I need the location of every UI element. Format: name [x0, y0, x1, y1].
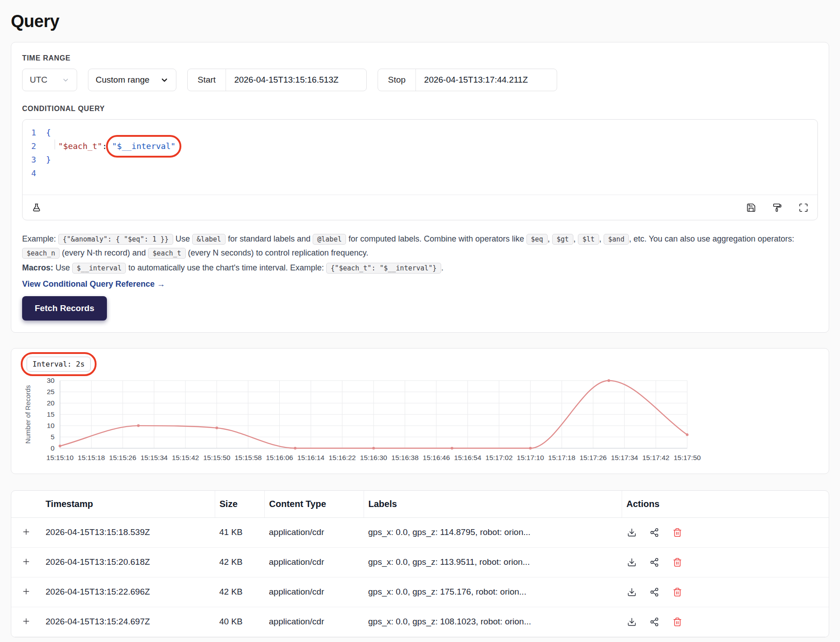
svg-text:15:16:38: 15:16:38 [392, 454, 419, 461]
code-line: 2"$each_t": "$__interval" [23, 140, 817, 153]
time-range-label: TIME RANGE [22, 54, 818, 62]
query-page: Query TIME RANGE UTC Custom range Start … [0, 0, 840, 637]
record-timestamp: 2026-04-15T13:15:20.618Z [41, 547, 215, 577]
delete-record-button[interactable] [672, 527, 683, 538]
conditional-query-reference-link[interactable]: View Conditional Query Reference → [22, 279, 165, 289]
svg-text:15: 15 [47, 410, 55, 418]
svg-text:15:17:26: 15:17:26 [580, 454, 607, 461]
record-timestamp: 2026-04-15T13:15:18.539Z [41, 517, 215, 547]
format-query-button[interactable] [771, 201, 784, 214]
delete-record-button[interactable] [672, 616, 683, 628]
delete-icon [673, 528, 682, 537]
svg-text:15:16:22: 15:16:22 [328, 454, 355, 461]
code-chip: $eq [526, 234, 548, 245]
svg-text:5: 5 [51, 433, 55, 441]
svg-text:15:16:54: 15:16:54 [454, 454, 482, 461]
example-label: Example: [22, 234, 56, 243]
share-record-button[interactable] [649, 586, 660, 598]
download-icon [627, 528, 637, 537]
records-chart-card: Interval: 2s 05101520253015:15:1015:15:1… [11, 348, 829, 474]
svg-text:15:15:58: 15:15:58 [235, 454, 262, 461]
stop-time-input[interactable] [415, 69, 557, 91]
code-line: 3} [23, 153, 817, 167]
record-content-type: application/cdr [264, 607, 364, 637]
share-icon [650, 528, 659, 537]
help-example-paragraph: Example: {"&anomaly": { "$eq": 1 }} Use … [22, 232, 818, 260]
record-content-type: application/cdr [264, 547, 364, 577]
share-record-button[interactable] [649, 557, 660, 568]
fullscreen-button[interactable] [797, 201, 810, 214]
code-chip: $__interval [72, 263, 126, 274]
macros-label: Macros: [22, 263, 53, 272]
download-icon [627, 558, 637, 567]
start-time-input[interactable] [226, 69, 366, 91]
chevron-down-icon [160, 76, 169, 84]
record-timestamp: 2026-04-15T13:15:24.697Z [41, 607, 215, 637]
share-record-button[interactable] [649, 616, 660, 628]
header-content-type: Content Type [264, 491, 364, 518]
code-editor-area[interactable]: 1{ 2"$each_t": "$__interval" 3} 4 [23, 120, 817, 195]
records-table-card: Timestamp Size Content Type Labels Actio… [11, 490, 829, 637]
code-chip: $lt [578, 234, 599, 245]
fullscreen-icon [798, 203, 808, 213]
download-record-button[interactable] [626, 557, 637, 568]
expand-row-button[interactable] [21, 556, 32, 567]
interval-macro-token: "$__interval" [112, 141, 175, 151]
test-query-button[interactable] [30, 201, 43, 214]
svg-text:15:15:26: 15:15:26 [109, 454, 136, 461]
header-timestamp: Timestamp [41, 491, 215, 518]
stop-time-group: Stop [378, 69, 557, 91]
fetch-records-button[interactable]: Fetch Records [22, 296, 107, 321]
code-chip: $each_t [148, 248, 185, 259]
header-actions: Actions [622, 491, 829, 518]
header-size: Size [215, 491, 264, 518]
open-brace-token: { [46, 126, 51, 140]
share-record-button[interactable] [649, 527, 660, 538]
page-title: Query [11, 12, 829, 31]
save-query-button[interactable] [744, 201, 758, 214]
delete-record-button[interactable] [672, 586, 683, 598]
table-row: 2026-04-15T13:15:18.539Z 41 KB applicati… [11, 517, 829, 547]
svg-text:15:16:06: 15:16:06 [266, 454, 293, 461]
line-number: 3 [23, 153, 46, 167]
code-line: 1{ [23, 126, 817, 140]
svg-text:30: 30 [47, 377, 55, 384]
svg-text:15:15:10: 15:15:10 [46, 454, 74, 461]
annotation-ring-interval-macro: "$__interval" [112, 140, 175, 153]
header-labels: Labels [364, 491, 622, 518]
timezone-select[interactable]: UTC [22, 69, 77, 91]
start-label: Start [188, 69, 226, 91]
download-record-button[interactable] [626, 527, 637, 538]
share-icon [650, 617, 659, 627]
record-size: 42 KB [215, 547, 264, 577]
record-labels: gps_x: 0.0, gps_z: 108.1023, robot: orio… [364, 607, 622, 637]
code-chip: {"&anomaly": { "$eq": 1 }} [58, 234, 173, 245]
code-chip: $gt [552, 234, 573, 245]
records-table: Timestamp Size Content Type Labels Actio… [11, 491, 829, 637]
conditional-query-editor: 1{ 2"$each_t": "$__interval" 3} 4 [22, 119, 818, 220]
record-size: 42 KB [215, 577, 264, 607]
indent-guide [46, 140, 55, 149]
download-record-button[interactable] [626, 616, 637, 628]
svg-text:15:17:42: 15:17:42 [642, 454, 669, 461]
download-record-button[interactable] [626, 586, 637, 598]
plus-icon [22, 527, 31, 536]
line-number: 1 [23, 126, 46, 140]
download-icon [627, 587, 637, 597]
expand-row-button[interactable] [21, 526, 32, 537]
each-t-key-token: "$each_t" [58, 140, 102, 153]
query-builder-card: TIME RANGE UTC Custom range Start Stop C… [11, 42, 829, 333]
svg-text:15:15:34: 15:15:34 [140, 454, 168, 461]
stop-label: Stop [378, 69, 415, 91]
expand-row-button[interactable] [21, 616, 32, 627]
delete-record-button[interactable] [672, 557, 683, 568]
svg-text:Number of Records: Number of Records [24, 385, 32, 444]
range-preset-select[interactable]: Custom range [88, 69, 176, 91]
plus-icon [22, 557, 31, 566]
flask-icon [32, 203, 42, 213]
save-icon [746, 203, 756, 213]
delete-icon [673, 617, 682, 627]
record-labels: gps_x: 0.0, gps_z: 114.8795, robot: orio… [364, 517, 622, 547]
share-icon [650, 558, 659, 567]
expand-row-button[interactable] [21, 586, 32, 597]
